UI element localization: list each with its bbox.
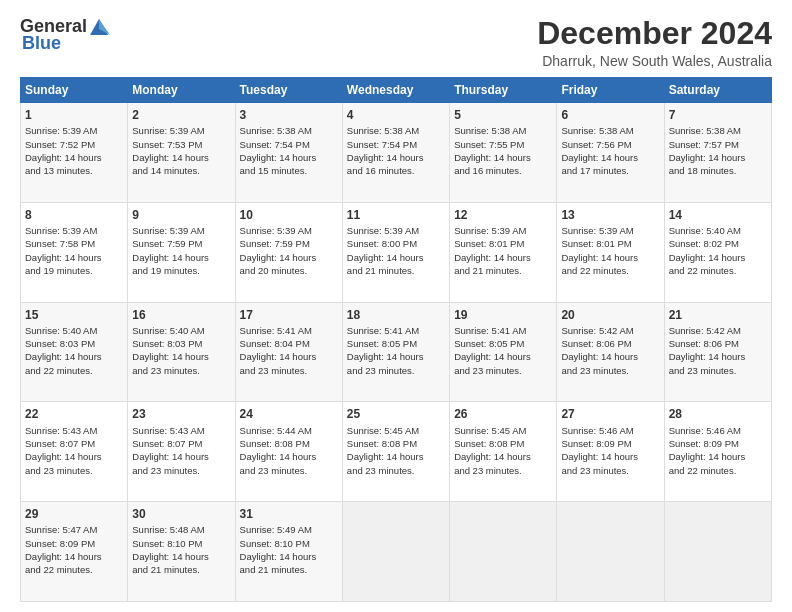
calendar-cell: 2Sunrise: 5:39 AMSunset: 7:53 PMDaylight… [128, 103, 235, 203]
day-info: Sunrise: 5:39 AMSunset: 7:59 PMDaylight:… [240, 224, 338, 277]
calendar-week-5: 29Sunrise: 5:47 AMSunset: 8:09 PMDayligh… [21, 502, 772, 602]
calendar-cell: 31Sunrise: 5:49 AMSunset: 8:10 PMDayligh… [235, 502, 342, 602]
day-number: 27 [561, 406, 659, 422]
calendar-cell: 13Sunrise: 5:39 AMSunset: 8:01 PMDayligh… [557, 202, 664, 302]
day-number: 28 [669, 406, 767, 422]
calendar-week-1: 1Sunrise: 5:39 AMSunset: 7:52 PMDaylight… [21, 103, 772, 203]
day-info: Sunrise: 5:39 AMSunset: 8:01 PMDaylight:… [561, 224, 659, 277]
calendar-cell [557, 502, 664, 602]
day-info: Sunrise: 5:45 AMSunset: 8:08 PMDaylight:… [347, 424, 445, 477]
day-info: Sunrise: 5:44 AMSunset: 8:08 PMDaylight:… [240, 424, 338, 477]
calendar-cell: 10Sunrise: 5:39 AMSunset: 7:59 PMDayligh… [235, 202, 342, 302]
day-info: Sunrise: 5:42 AMSunset: 8:06 PMDaylight:… [669, 324, 767, 377]
day-number: 20 [561, 307, 659, 323]
weekday-wednesday: Wednesday [342, 78, 449, 103]
day-number: 22 [25, 406, 123, 422]
weekday-monday: Monday [128, 78, 235, 103]
day-number: 11 [347, 207, 445, 223]
calendar-cell: 15Sunrise: 5:40 AMSunset: 8:03 PMDayligh… [21, 302, 128, 402]
day-info: Sunrise: 5:42 AMSunset: 8:06 PMDaylight:… [561, 324, 659, 377]
calendar-cell [450, 502, 557, 602]
calendar-cell [342, 502, 449, 602]
calendar-cell: 9Sunrise: 5:39 AMSunset: 7:59 PMDaylight… [128, 202, 235, 302]
calendar-header: SundayMondayTuesdayWednesdayThursdayFrid… [21, 78, 772, 103]
weekday-header-row: SundayMondayTuesdayWednesdayThursdayFrid… [21, 78, 772, 103]
day-number: 13 [561, 207, 659, 223]
weekday-thursday: Thursday [450, 78, 557, 103]
day-info: Sunrise: 5:39 AMSunset: 7:59 PMDaylight:… [132, 224, 230, 277]
calendar-cell: 4Sunrise: 5:38 AMSunset: 7:54 PMDaylight… [342, 103, 449, 203]
calendar-cell: 3Sunrise: 5:38 AMSunset: 7:54 PMDaylight… [235, 103, 342, 203]
weekday-saturday: Saturday [664, 78, 771, 103]
day-number: 4 [347, 107, 445, 123]
calendar-cell: 28Sunrise: 5:46 AMSunset: 8:09 PMDayligh… [664, 402, 771, 502]
day-number: 10 [240, 207, 338, 223]
day-number: 9 [132, 207, 230, 223]
calendar-cell: 27Sunrise: 5:46 AMSunset: 8:09 PMDayligh… [557, 402, 664, 502]
calendar: SundayMondayTuesdayWednesdayThursdayFrid… [20, 77, 772, 602]
day-info: Sunrise: 5:39 AMSunset: 8:01 PMDaylight:… [454, 224, 552, 277]
day-info: Sunrise: 5:38 AMSunset: 7:54 PMDaylight:… [240, 124, 338, 177]
day-number: 6 [561, 107, 659, 123]
calendar-cell: 25Sunrise: 5:45 AMSunset: 8:08 PMDayligh… [342, 402, 449, 502]
day-number: 3 [240, 107, 338, 123]
day-number: 7 [669, 107, 767, 123]
calendar-cell: 24Sunrise: 5:44 AMSunset: 8:08 PMDayligh… [235, 402, 342, 502]
calendar-cell: 14Sunrise: 5:40 AMSunset: 8:02 PMDayligh… [664, 202, 771, 302]
day-number: 19 [454, 307, 552, 323]
day-number: 26 [454, 406, 552, 422]
day-info: Sunrise: 5:38 AMSunset: 7:54 PMDaylight:… [347, 124, 445, 177]
day-info: Sunrise: 5:40 AMSunset: 8:03 PMDaylight:… [25, 324, 123, 377]
header: General Blue December 2024 Dharruk, New … [20, 16, 772, 69]
day-info: Sunrise: 5:46 AMSunset: 8:09 PMDaylight:… [669, 424, 767, 477]
calendar-cell: 1Sunrise: 5:39 AMSunset: 7:52 PMDaylight… [21, 103, 128, 203]
day-info: Sunrise: 5:41 AMSunset: 8:05 PMDaylight:… [347, 324, 445, 377]
day-info: Sunrise: 5:38 AMSunset: 7:56 PMDaylight:… [561, 124, 659, 177]
calendar-cell: 22Sunrise: 5:43 AMSunset: 8:07 PMDayligh… [21, 402, 128, 502]
calendar-cell: 23Sunrise: 5:43 AMSunset: 8:07 PMDayligh… [128, 402, 235, 502]
calendar-cell: 21Sunrise: 5:42 AMSunset: 8:06 PMDayligh… [664, 302, 771, 402]
calendar-cell: 29Sunrise: 5:47 AMSunset: 8:09 PMDayligh… [21, 502, 128, 602]
calendar-body: 1Sunrise: 5:39 AMSunset: 7:52 PMDaylight… [21, 103, 772, 602]
day-number: 18 [347, 307, 445, 323]
calendar-week-3: 15Sunrise: 5:40 AMSunset: 8:03 PMDayligh… [21, 302, 772, 402]
day-info: Sunrise: 5:41 AMSunset: 8:05 PMDaylight:… [454, 324, 552, 377]
calendar-cell: 5Sunrise: 5:38 AMSunset: 7:55 PMDaylight… [450, 103, 557, 203]
calendar-cell: 19Sunrise: 5:41 AMSunset: 8:05 PMDayligh… [450, 302, 557, 402]
calendar-cell: 20Sunrise: 5:42 AMSunset: 8:06 PMDayligh… [557, 302, 664, 402]
calendar-cell: 17Sunrise: 5:41 AMSunset: 8:04 PMDayligh… [235, 302, 342, 402]
day-info: Sunrise: 5:40 AMSunset: 8:02 PMDaylight:… [669, 224, 767, 277]
day-info: Sunrise: 5:38 AMSunset: 7:55 PMDaylight:… [454, 124, 552, 177]
day-number: 30 [132, 506, 230, 522]
day-number: 21 [669, 307, 767, 323]
calendar-cell: 6Sunrise: 5:38 AMSunset: 7:56 PMDaylight… [557, 103, 664, 203]
day-info: Sunrise: 5:47 AMSunset: 8:09 PMDaylight:… [25, 523, 123, 576]
day-info: Sunrise: 5:39 AMSunset: 7:58 PMDaylight:… [25, 224, 123, 277]
day-number: 8 [25, 207, 123, 223]
weekday-friday: Friday [557, 78, 664, 103]
day-number: 25 [347, 406, 445, 422]
day-number: 31 [240, 506, 338, 522]
day-info: Sunrise: 5:43 AMSunset: 8:07 PMDaylight:… [132, 424, 230, 477]
day-info: Sunrise: 5:43 AMSunset: 8:07 PMDaylight:… [25, 424, 123, 477]
logo-blue-text: Blue [22, 33, 61, 54]
calendar-cell [664, 502, 771, 602]
calendar-cell: 7Sunrise: 5:38 AMSunset: 7:57 PMDaylight… [664, 103, 771, 203]
day-info: Sunrise: 5:39 AMSunset: 7:53 PMDaylight:… [132, 124, 230, 177]
page: General Blue December 2024 Dharruk, New … [0, 0, 792, 612]
calendar-cell: 8Sunrise: 5:39 AMSunset: 7:58 PMDaylight… [21, 202, 128, 302]
day-info: Sunrise: 5:48 AMSunset: 8:10 PMDaylight:… [132, 523, 230, 576]
day-number: 12 [454, 207, 552, 223]
calendar-week-4: 22Sunrise: 5:43 AMSunset: 8:07 PMDayligh… [21, 402, 772, 502]
day-info: Sunrise: 5:41 AMSunset: 8:04 PMDaylight:… [240, 324, 338, 377]
day-number: 2 [132, 107, 230, 123]
day-info: Sunrise: 5:46 AMSunset: 8:09 PMDaylight:… [561, 424, 659, 477]
calendar-week-2: 8Sunrise: 5:39 AMSunset: 7:58 PMDaylight… [21, 202, 772, 302]
weekday-tuesday: Tuesday [235, 78, 342, 103]
day-info: Sunrise: 5:40 AMSunset: 8:03 PMDaylight:… [132, 324, 230, 377]
day-info: Sunrise: 5:45 AMSunset: 8:08 PMDaylight:… [454, 424, 552, 477]
day-info: Sunrise: 5:49 AMSunset: 8:10 PMDaylight:… [240, 523, 338, 576]
day-info: Sunrise: 5:38 AMSunset: 7:57 PMDaylight:… [669, 124, 767, 177]
location: Dharruk, New South Wales, Australia [537, 53, 772, 69]
month-title: December 2024 [537, 16, 772, 51]
